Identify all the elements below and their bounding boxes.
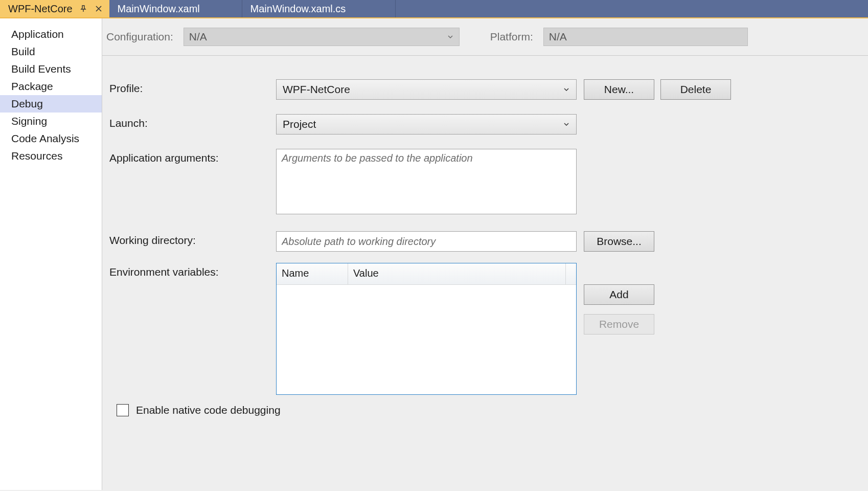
tab-document-1[interactable]: MainWindow.xaml.cs <box>242 0 396 17</box>
tab-project-properties[interactable]: WPF-NetCore <box>0 0 109 17</box>
button-label: Browse... <box>597 235 642 248</box>
sidebar-item-package[interactable]: Package <box>0 78 102 95</box>
button-label: Add <box>609 288 628 301</box>
project-properties-sidebar: Application Build Build Events Package D… <box>0 18 102 490</box>
sidebar-item-code-analysis[interactable]: Code Analysis <box>0 130 102 147</box>
configuration-label: Configuration: <box>106 31 173 43</box>
app-arguments-label: Application arguments: <box>109 149 276 164</box>
new-profile-button[interactable]: New... <box>584 79 654 100</box>
native-debugging-checkbox[interactable] <box>117 404 129 416</box>
working-directory-input[interactable] <box>276 231 577 252</box>
env-variables-row: Environment variables: Name Value Add Re… <box>109 263 861 395</box>
sidebar-item-label: Package <box>11 80 53 92</box>
env-variables-label: Environment variables: <box>109 263 276 278</box>
sidebar-item-build-events[interactable]: Build Events <box>0 60 102 78</box>
close-icon[interactable] <box>94 4 103 13</box>
chevron-down-icon <box>563 118 570 130</box>
env-variables-grid[interactable]: Name Value <box>276 263 577 395</box>
app-arguments-row: Application arguments: <box>109 149 861 217</box>
sidebar-item-label: Application <box>11 28 64 40</box>
profile-value: WPF-NetCore <box>283 83 350 96</box>
chevron-down-icon <box>563 83 570 96</box>
sidebar-item-label: Debug <box>11 98 43 109</box>
working-directory-label: Working directory: <box>109 231 276 247</box>
app-arguments-input[interactable] <box>276 149 577 214</box>
button-label: Delete <box>680 83 712 96</box>
env-column-name[interactable]: Name <box>277 263 348 284</box>
button-label: Remove <box>599 318 639 330</box>
profile-label: Profile: <box>109 79 276 95</box>
tab-project-label: WPF-NetCore <box>8 3 73 15</box>
env-column-value[interactable]: Value <box>348 263 566 284</box>
configuration-select[interactable]: N/A <box>184 28 460 46</box>
platform-value: N/A <box>549 31 567 43</box>
native-debugging-label: Enable native code debugging <box>136 404 281 416</box>
sidebar-item-label: Build <box>11 46 35 57</box>
platform-label: Platform: <box>490 31 533 43</box>
env-grid-header: Name Value <box>277 263 576 285</box>
native-debugging-row: Enable native code debugging <box>117 404 861 416</box>
remove-env-button[interactable]: Remove <box>584 314 654 334</box>
launch-row: Launch: Project <box>109 114 861 135</box>
pin-icon[interactable] <box>79 4 88 13</box>
delete-profile-button[interactable]: Delete <box>660 79 731 100</box>
sidebar-item-label: Resources <box>11 150 62 162</box>
debug-settings-panel: Configuration: N/A Platform: N/A Profile… <box>102 18 868 490</box>
sidebar-item-application[interactable]: Application <box>0 26 102 43</box>
profile-row: Profile: WPF-NetCore New... Delete <box>109 79 861 100</box>
launch-label: Launch: <box>109 114 276 129</box>
sidebar-item-signing[interactable]: Signing <box>0 113 102 130</box>
sidebar-item-label: Signing <box>11 115 47 127</box>
launch-value: Project <box>283 118 316 130</box>
env-scroll-gutter <box>566 263 576 284</box>
tab-document-0[interactable]: MainWindow.xaml <box>109 0 242 17</box>
button-label: New... <box>604 83 634 96</box>
sidebar-item-debug[interactable]: Debug <box>0 95 102 113</box>
chevron-down-icon <box>447 31 454 43</box>
working-directory-row: Working directory: Browse... <box>109 231 861 252</box>
add-env-button[interactable]: Add <box>584 284 654 305</box>
configuration-value: N/A <box>189 31 207 43</box>
sidebar-item-label: Build Events <box>11 63 71 75</box>
profile-select[interactable]: WPF-NetCore <box>276 79 577 100</box>
platform-select[interactable]: N/A <box>543 28 748 46</box>
sidebar-item-build[interactable]: Build <box>0 43 102 60</box>
sidebar-item-label: Code Analysis <box>11 132 79 144</box>
launch-select[interactable]: Project <box>276 114 577 135</box>
sidebar-item-resources[interactable]: Resources <box>0 147 102 165</box>
tab-strip: WPF-NetCore MainWindow.xaml MainWindow.x… <box>0 0 868 18</box>
browse-button[interactable]: Browse... <box>584 231 654 252</box>
configuration-bar: Configuration: N/A Platform: N/A <box>102 18 868 56</box>
tab-document-label: MainWindow.xaml.cs <box>250 3 346 15</box>
tab-document-label: MainWindow.xaml <box>118 3 200 15</box>
